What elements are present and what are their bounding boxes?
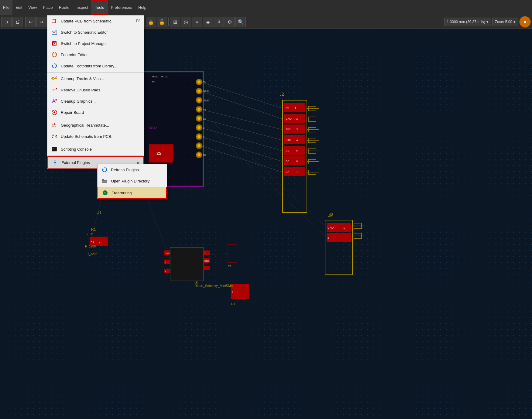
menu-route[interactable]: Route	[56, 0, 73, 15]
menu-remove-pads[interactable]: Remove Unused Pads...	[47, 84, 144, 96]
menu-view[interactable]: View	[25, 0, 40, 15]
menu-separator-4	[47, 155, 144, 156]
submenu-refresh-plugins[interactable]: Refresh Plugins	[98, 164, 167, 175]
menubar: File Edit View Place Route Inspect Tools…	[0, 0, 532, 15]
redo-button[interactable]: ↪	[36, 17, 46, 27]
inspect-button[interactable]: 🔍	[235, 17, 246, 27]
lock2-button[interactable]: 🔓	[157, 17, 167, 27]
menu-cleanup-graphics[interactable]: Cleanup Graphics...	[47, 96, 144, 107]
menu-separator-3	[47, 143, 144, 143]
zoom-dropdown[interactable]: Zoom 5.00 ▾	[492, 18, 518, 26]
repair-board-icon	[51, 109, 58, 116]
menu-repair-board[interactable]: Repair Board	[47, 107, 144, 118]
svg-rect-176	[53, 56, 54, 57]
svg-rect-177	[55, 56, 56, 57]
new-button[interactable]: 🗋	[1, 17, 12, 27]
svg-text:>_: >_	[53, 148, 56, 150]
unit-dropdown[interactable]: 1.0000 mm (39.37 mils) ▾	[444, 18, 491, 26]
menu-cleanup-tracks[interactable]: Cleanup Tracks & Vias...	[47, 73, 144, 84]
cleanup-tracks-icon	[51, 75, 58, 82]
svg-point-195	[56, 135, 57, 136]
menu-help[interactable]: Help	[135, 0, 149, 15]
external-plugins-icon	[52, 159, 58, 166]
footprint-editor-icon	[51, 51, 58, 58]
svg-rect-174	[53, 52, 54, 53]
freerouting-icon	[102, 189, 108, 196]
geo-reannotate-icon: R?? R42	[51, 122, 58, 128]
netlist-button[interactable]: ≡	[192, 17, 202, 27]
undo-button[interactable]: ↩	[25, 17, 36, 27]
svg-text:Ki: Ki	[53, 42, 56, 46]
toolbar-separator-4	[168, 18, 169, 26]
menu-footprint-editor[interactable]: Footprint Editor	[47, 49, 144, 60]
grid-button[interactable]: ⊞	[170, 17, 180, 27]
svg-point-168	[55, 31, 56, 32]
menu-inspect[interactable]: Inspect	[73, 0, 91, 15]
update-footprints-icon	[51, 63, 58, 69]
svg-text:R??: R??	[52, 124, 56, 125]
menu-switch-project[interactable]: Ki Switch to Project Manager	[47, 38, 144, 49]
toolbar-separator-1	[24, 18, 24, 26]
drc-button[interactable]: ◎	[181, 17, 191, 27]
menu-tools[interactable]: Tools	[91, 0, 108, 15]
submenu-freerouting[interactable]: Freerouting	[98, 187, 167, 199]
svg-point-190	[53, 111, 55, 113]
remove-pads-icon	[51, 87, 58, 93]
svg-rect-175	[55, 52, 56, 53]
folder-icon	[101, 178, 108, 184]
board-setup-button[interactable]: ⚙	[225, 17, 235, 27]
menu-update-pcb[interactable]: Update PCB from Schematic... F8	[47, 15, 144, 27]
menu-separator-2	[47, 119, 144, 119]
update-pcb-icon	[51, 18, 58, 24]
svg-rect-199	[102, 180, 107, 183]
svg-text:R42: R42	[52, 126, 56, 128]
lock-button[interactable]: 🔒	[146, 17, 156, 27]
menu-preferences[interactable]: Preferences	[108, 0, 135, 15]
switch-project-icon: Ki	[51, 40, 58, 47]
submenu-open-plugin-dir[interactable]: Open Plugin Directory	[98, 175, 167, 187]
menu-geo-reannotate[interactable]: R?? R42 Geographical Reannotate...	[47, 120, 144, 131]
avatar-button[interactable]: ●	[519, 16, 531, 28]
scripting-console-icon: >_	[51, 146, 58, 152]
calc-button[interactable]: ⌗	[214, 17, 224, 27]
menu-separator-1	[47, 72, 144, 73]
menu-scripting-console[interactable]: >_ Scripting Console	[47, 144, 144, 155]
menu-update-schematic[interactable]: Update Schematic from PCB...	[47, 131, 144, 142]
menu-place[interactable]: Place	[40, 0, 56, 15]
menu-update-footprints[interactable]: Update Footprints from Library...	[47, 60, 144, 72]
svg-point-194	[52, 137, 53, 138]
svg-line-182	[56, 77, 57, 78]
svg-point-167	[53, 31, 53, 32]
svg-rect-173	[56, 54, 57, 55]
svg-marker-178	[52, 65, 53, 66]
tools-menu: Update PCB from Schematic... F8 Switch t…	[47, 15, 144, 169]
menu-edit[interactable]: Edit	[12, 0, 25, 15]
svg-rect-171	[52, 53, 57, 56]
3d-button[interactable]: ◈	[203, 17, 213, 27]
menu-file[interactable]: File	[0, 0, 12, 15]
svg-marker-198	[102, 169, 104, 170]
svg-rect-172	[52, 54, 53, 55]
switch-schematic-icon	[51, 29, 58, 36]
menu-switch-schematic[interactable]: Switch to Schematic Editor	[47, 27, 144, 38]
cleanup-graphics-icon	[51, 98, 58, 104]
update-schematic-icon	[51, 133, 58, 140]
print-button[interactable]: 🖨	[12, 17, 22, 27]
external-plugins-submenu: Refresh Plugins Open Plugin Directory Fr…	[97, 164, 167, 199]
svg-point-202	[105, 192, 106, 193]
svg-point-180	[52, 78, 53, 79]
refresh-icon	[101, 166, 108, 173]
